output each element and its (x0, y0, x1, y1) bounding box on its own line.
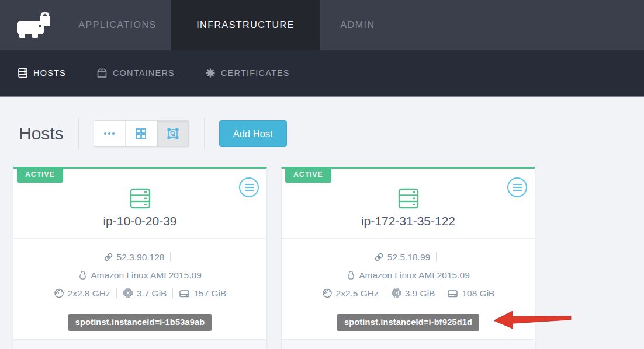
containers-icon (96, 68, 108, 78)
divider (436, 252, 437, 262)
machine-view-icon (167, 127, 179, 140)
public-ip-row: 52.5.18.99 (282, 248, 535, 266)
host-menu-button[interactable] (239, 177, 259, 197)
subnav-item-containers[interactable]: CONTAINERS (96, 68, 175, 78)
subnav-item-hosts[interactable]: HOSTS (18, 68, 66, 78)
disk-icon (447, 289, 458, 298)
cpu-value: 2x2.5 GHz (336, 288, 379, 298)
grid-view-icon (135, 128, 147, 139)
disk-value: 108 GiB (462, 288, 494, 298)
divider (385, 288, 385, 298)
memory-icon (391, 288, 401, 298)
tab-infrastructure[interactable]: INFRASTRUCTURE (171, 0, 320, 50)
memory-icon (123, 288, 133, 298)
subnav-label: CONTAINERS (113, 68, 175, 78)
view-toggle-group (94, 120, 189, 147)
divider (172, 288, 173, 298)
os-row: Amazon Linux AMI 2015.09 (13, 266, 266, 284)
add-host-button[interactable]: Add Host (219, 120, 287, 147)
linux-icon (347, 270, 355, 280)
page-title: Hosts (19, 124, 64, 144)
machine-view-button[interactable] (157, 121, 189, 146)
divider (204, 118, 205, 149)
status-badge: ACTIVE (17, 167, 63, 183)
tab-applications[interactable]: APPLICATIONS (64, 0, 171, 50)
card-footer[interactable]: Standalone Containers (282, 339, 535, 349)
specs-row: 2x2.5 GHz 3.9 GiB 108 GiB (282, 284, 535, 302)
host-label-badge: spotinst.instanceId=i-bf925d1d (337, 314, 479, 331)
os-row: Amazon Linux AMI 2015.09 (282, 266, 535, 284)
hostname-link[interactable]: ip-172-31-35-122 (282, 214, 535, 228)
memory-value: 3.7 GiB (137, 288, 167, 298)
server-icon (397, 187, 420, 210)
divider (170, 252, 171, 262)
status-badge: ACTIVE (285, 167, 331, 183)
hostname-link[interactable]: ip-10-0-20-39 (13, 214, 266, 228)
specs-row: 2x2.8 GHz 3.7 GiB 157 GiB (13, 284, 266, 302)
disk-value: 157 GiB (193, 288, 226, 298)
disk-icon (179, 289, 190, 298)
subnav-label: CERTIFICATES (221, 68, 290, 78)
hamburger-menu-icon (245, 187, 254, 188)
link-icon (103, 252, 113, 262)
public-ip: 52.3.90.128 (117, 252, 165, 262)
os-name: Amazon Linux AMI 2015.09 (91, 270, 202, 280)
top-navbar: APPLICATIONS INFRASTRUCTURE ADMIN (0, 0, 644, 50)
host-menu-button[interactable] (507, 177, 527, 197)
host-card-ip-10-0-20-39: ACTIVE ip-10-0-20-39 (13, 167, 267, 349)
hosts-toolbar: Hosts Add Host (19, 118, 644, 149)
card-details: 52.3.90.128 Amazon Linux AMI 2015.09 2x2… (13, 239, 266, 331)
dots-view-icon (103, 132, 115, 135)
host-label-badge: spotinst.instanceId=i-1b53a9ab (68, 314, 212, 331)
divider (441, 288, 441, 298)
hosts-icon (18, 68, 28, 78)
infrastructure-subnav: HOSTS CONTAINERS CERTIFICATES (0, 50, 644, 97)
divider (78, 118, 79, 149)
hamburger-menu-icon (513, 187, 522, 188)
card-footer[interactable]: Standalone Containers (13, 339, 266, 349)
cow-icon (16, 11, 56, 39)
linux-icon (78, 270, 87, 280)
subnav-label: HOSTS (33, 68, 66, 78)
grid-view-button[interactable] (126, 121, 157, 146)
cpu-value: 2x2.8 GHz (68, 288, 110, 298)
annotation-arrow-icon (493, 308, 573, 331)
server-icon (129, 187, 151, 210)
certificates-icon (205, 68, 216, 78)
public-ip-row: 52.3.90.128 (13, 248, 266, 266)
divider (116, 288, 117, 298)
os-name: Amazon Linux AMI 2015.09 (359, 270, 470, 280)
cpu-gauge-icon (322, 288, 333, 298)
memory-value: 3.9 GiB (405, 288, 435, 298)
cpu-gauge-icon (54, 288, 64, 298)
link-icon (374, 252, 384, 262)
list-view-button[interactable] (94, 121, 126, 146)
rancher-logo[interactable] (0, 0, 64, 50)
public-ip: 52.5.18.99 (387, 252, 430, 262)
tab-admin[interactable]: ADMIN (320, 0, 395, 50)
subnav-item-certificates[interactable]: CERTIFICATES (205, 68, 290, 78)
